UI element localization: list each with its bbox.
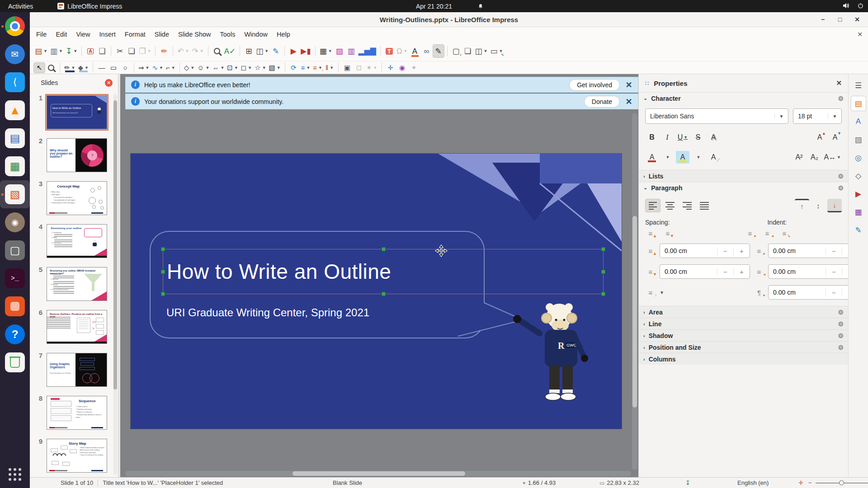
shadow-button[interactable]: ▣ [341, 62, 353, 73]
chevron-down-icon[interactable]: ▼ [330, 66, 334, 70]
insert-chart-button[interactable]: ▂▅▇ [357, 44, 377, 58]
close-button[interactable]: ✕ [852, 14, 863, 25]
italic-button[interactable]: I [660, 131, 674, 144]
selection-status[interactable]: Title text 'How to W...' 'PlaceHolder 1'… [98, 479, 227, 486]
fit-slide-icon[interactable]: ✛ [794, 479, 808, 486]
vertical-scrollbar[interactable] [632, 113, 637, 470]
dock-item-terminal[interactable]: >_ [0, 264, 30, 292]
chevron-down-icon[interactable]: ▼ [264, 49, 269, 53]
lines-and-arrows-button[interactable]: ⇒▼ [137, 62, 151, 73]
infobar-close-icon[interactable]: ✕ [620, 80, 638, 90]
donate-button[interactable]: Donate [584, 96, 620, 108]
menu-format[interactable]: Format [120, 29, 150, 40]
slide-thumbnail-9[interactable]: Story Map• Helps students identify & exa… [47, 439, 107, 473]
selection-handle[interactable] [382, 247, 386, 251]
window-title-bar[interactable]: Writing-Outlines.pptx - LibreOffice Impr… [30, 12, 868, 27]
clone-formatting-button[interactable]: ✏ [158, 44, 170, 58]
menu-window[interactable]: Window [240, 29, 272, 40]
close-document-icon[interactable]: ✕ [857, 31, 863, 38]
chevron-down-icon[interactable]: ▼ [205, 66, 209, 70]
slide-layout-name[interactable]: Blank Slide [328, 479, 367, 486]
font-name-combobox[interactable]: Liberation Sans ▼ [645, 108, 788, 124]
indent-before-text-field[interactable]: 0.00 cm−+ [768, 244, 859, 258]
3d-objects-button[interactable]: ▧▼ [268, 62, 282, 73]
strikethrough-button[interactable]: S [691, 131, 705, 144]
zoom-out-icon[interactable]: − [808, 479, 812, 486]
chevron-down-icon[interactable]: ▼ [774, 114, 788, 119]
display-views-button[interactable]: ◫▼ [255, 44, 270, 58]
decrement-button[interactable]: − [826, 289, 842, 296]
bold-button[interactable]: B [645, 131, 659, 144]
dock-item-vlc[interactable]: ▲ [0, 96, 30, 124]
slide-subtitle-text[interactable]: URI Graduate Writing Center, Spring 2021 [166, 306, 369, 319]
distribute-button[interactable]: ‖▼ [324, 62, 335, 73]
dock-item-trash[interactable] [0, 348, 30, 376]
chevron-down-icon[interactable]: ▼ [190, 66, 194, 70]
menu-slide-show[interactable]: Slide Show [174, 29, 216, 40]
selection-handle[interactable] [601, 270, 605, 274]
sidebar-drag-handle[interactable]: ∷ [645, 80, 649, 87]
menu-view[interactable]: View [71, 29, 94, 40]
dock-item-thunderbird[interactable]: ✉ [0, 40, 30, 68]
hyperlink-button[interactable]: ∞ [421, 44, 433, 58]
dock-item-help[interactable]: ? [0, 320, 30, 348]
text-language[interactable]: English (en) [733, 479, 773, 486]
ellipse-button[interactable]: ○ [119, 62, 131, 73]
new-slide-button[interactable]: ▢+ [450, 44, 462, 58]
slides-panel-scrollbar[interactable] [113, 94, 117, 474]
clock[interactable]: Apr 21 20:21 [0, 3, 868, 10]
decrease-paragraph-spacing-icon[interactable]: ≡▼ [662, 230, 673, 237]
section-shadow[interactable]: ›Shadow ⚙ [639, 329, 848, 341]
subscript-button[interactable]: A₂ [807, 151, 821, 164]
title-placeholder-selection[interactable]: How to Write an Outline [163, 249, 604, 294]
section-columns[interactable]: ›Columns [639, 353, 848, 365]
start-from-first-slide-button[interactable]: ▶ [288, 44, 299, 58]
increase-font-size-button[interactable]: A▲ [813, 131, 826, 144]
chevron-down-icon[interactable]: ▼ [484, 49, 488, 53]
chevron-down-icon[interactable]: ▼ [277, 66, 281, 70]
flowchart-shapes-button[interactable]: ⊡▼ [226, 62, 240, 73]
save-button[interactable]: ↧▼ [64, 44, 79, 58]
tab-slide-transition-icon[interactable]: ▶ [851, 186, 866, 202]
align-right-button[interactable] [679, 199, 695, 212]
spelling-button[interactable]: A✓ [223, 44, 237, 58]
section-paragraph[interactable]: ⌄ Paragraph ⚙ [639, 182, 848, 193]
chevron-down-icon[interactable]: ▼ [328, 49, 332, 53]
text-shadow-button[interactable]: A [707, 131, 720, 144]
get-involved-button[interactable]: Get involved [569, 79, 620, 91]
chevron-down-icon[interactable]: ▼ [262, 66, 266, 70]
align-justify-button[interactable] [697, 199, 712, 212]
spacing-below-field[interactable]: 0.00 cm−+ [660, 264, 750, 279]
slide-thumbnail-6[interactable]: Reverse Outlines: Produce an outline fro… [47, 310, 107, 344]
chevron-down-icon[interactable]: ▼ [171, 66, 175, 70]
curves-and-polygons-button[interactable]: ∿▼ [151, 62, 165, 73]
unsaved-changes-icon[interactable]: ↧ [681, 479, 695, 486]
menu-insert[interactable]: Insert [95, 29, 120, 40]
chevron-down-icon[interactable]: ▼ [43, 49, 47, 53]
align-left-button[interactable] [645, 199, 660, 212]
slide-thumbnail-5[interactable]: Structuring your outline: IMRAD formatte… [47, 267, 107, 301]
slide-editing-surface[interactable]: R GWC How to Write an Outline [131, 154, 622, 429]
selection-handle[interactable] [382, 292, 386, 296]
dock-item-chrome[interactable] [0, 12, 30, 40]
chevron-down-icon[interactable]: ▼ [306, 66, 310, 70]
selection-handle[interactable] [161, 292, 165, 296]
maximize-button[interactable]: □ [835, 14, 845, 25]
section-area[interactable]: ›Area ⚙ [639, 306, 848, 318]
slide-thumbnail-3[interactable]: Concept Map• Main idea• Sub topics• firs… [47, 181, 107, 215]
menu-file[interactable]: File [32, 29, 51, 40]
slide-thumbnail-8[interactable]: Sequence• Order events• Timeline of even… [47, 396, 107, 430]
connectors-button[interactable]: ⌐▼ [165, 62, 177, 73]
menu-slide[interactable]: Slide [150, 29, 174, 40]
dock-item-gimp[interactable]: ◉ [0, 208, 30, 236]
sidebar-settings-icon[interactable]: ☰ [851, 78, 866, 93]
star-shapes-button[interactable]: ☆▼ [253, 62, 267, 73]
zoom-slider-knob[interactable] [839, 480, 844, 485]
paragraph-more-options-icon[interactable]: ⚙ [838, 184, 844, 192]
duplicate-slide-button[interactable]: ❏ [462, 44, 474, 58]
selection-handle[interactable] [161, 247, 165, 251]
underline-button[interactable]: U▼ [676, 131, 689, 144]
align-objects-button[interactable]: ≡▼ [300, 62, 312, 73]
copy-button[interactable]: ❏ [126, 44, 137, 58]
decrement-button[interactable]: − [826, 247, 842, 255]
